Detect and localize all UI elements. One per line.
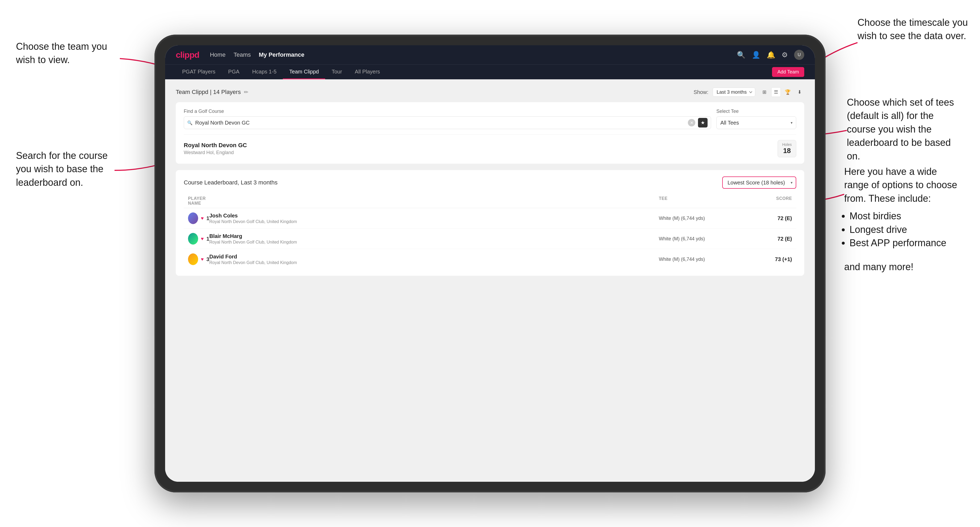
holes-label: Holes bbox=[782, 142, 792, 147]
annotation-bottom-right: Here you have a wide range of options to… bbox=[844, 165, 964, 274]
trophy-icon-btn[interactable]: 🏆 bbox=[783, 87, 792, 97]
rank-num-3: 3 bbox=[206, 256, 209, 262]
edit-icon[interactable]: ✏ bbox=[244, 89, 248, 95]
tab-pga[interactable]: PGA bbox=[222, 65, 246, 79]
main-content: Team Clippd | 14 Players ✏ Show: Last 3 … bbox=[165, 79, 815, 482]
player-name-1: Josh Coles bbox=[209, 213, 659, 219]
search-icon-small: 🔍 bbox=[187, 120, 192, 125]
tab-pgat-players[interactable]: PGAT Players bbox=[176, 65, 222, 79]
app-logo: clippd bbox=[176, 50, 199, 60]
nav-link-teams[interactable]: Teams bbox=[234, 51, 251, 58]
find-course-label: Find a Golf Course bbox=[184, 109, 711, 114]
search-clear-button[interactable]: ✕ bbox=[688, 119, 695, 126]
annotation-mid-right: Choose which set of tees (default is all… bbox=[847, 96, 964, 163]
team-header-bar: Team Clippd | 14 Players ✏ Show: Last 3 … bbox=[176, 87, 804, 97]
course-search-input[interactable] bbox=[195, 120, 685, 126]
tablet-frame: clippd Home Teams My Performance 🔍 👤 🔔 ⚙… bbox=[154, 35, 826, 492]
tablet-screen: clippd Home Teams My Performance 🔍 👤 🔔 ⚙… bbox=[165, 45, 815, 482]
leaderboard-header: Course Leaderboard, Last 3 months Lowest… bbox=[184, 176, 796, 189]
tab-tour[interactable]: Tour bbox=[325, 65, 348, 79]
download-icon-btn[interactable]: ⬇ bbox=[795, 87, 804, 97]
table-row: ♥ 1 Josh Coles Royal North Devon Golf Cl… bbox=[184, 208, 796, 229]
tee-select[interactable]: All Tees White Yellow Red bbox=[716, 116, 796, 129]
select-tee-label: Select Tee bbox=[716, 109, 796, 114]
search-input-wrapper: 🔍 ✕ ★ bbox=[184, 116, 711, 129]
player-rank-cell-1: ♥ 1 bbox=[188, 213, 209, 224]
course-result-location: Westward Hol, England bbox=[184, 150, 778, 156]
leaderboard-dropdown[interactable]: Lowest Score (18 holes) Most Birdies Lon… bbox=[722, 176, 796, 189]
player-avatar-3 bbox=[188, 253, 198, 265]
and-more-text: and many more! bbox=[844, 260, 964, 274]
table-row: ♥ 3 David Ford Royal North Devon Golf Cl… bbox=[184, 249, 796, 269]
user-avatar[interactable]: U bbox=[794, 50, 804, 60]
users-icon[interactable]: 👤 bbox=[752, 51, 760, 59]
player-avatar-2 bbox=[188, 233, 198, 244]
player-club-2: Royal North Devon Golf Club, United King… bbox=[209, 240, 659, 244]
avatar-img-3 bbox=[188, 253, 198, 265]
header-player: PLAYER NAME bbox=[188, 196, 209, 206]
nav-link-home[interactable]: Home bbox=[210, 51, 226, 58]
course-search-card: Find a Golf Course 🔍 ✕ ★ Select Tee Al bbox=[176, 102, 804, 163]
sub-nav: PGAT Players PGA Hcaps 1-5 Team Clippd T… bbox=[165, 64, 815, 79]
search-icon[interactable]: 🔍 bbox=[737, 51, 745, 59]
holes-badge: Holes 18 bbox=[778, 140, 796, 157]
header-score: SCORE bbox=[739, 196, 792, 206]
table-row: ♥ 1 Blair McHarg Royal North Devon Golf … bbox=[184, 229, 796, 249]
player-avatar-1 bbox=[188, 213, 198, 224]
show-label: Show: bbox=[694, 89, 708, 95]
avatar-img-2 bbox=[188, 233, 198, 244]
select-tee-group: Select Tee All Tees White Yellow Red ▾ bbox=[716, 109, 796, 129]
annotation-mid-left: Search for the course you wish to base t… bbox=[16, 149, 112, 189]
header-player-name bbox=[209, 196, 659, 206]
notification-icon[interactable]: 🔔 bbox=[767, 51, 775, 59]
player-rank-cell-2: ♥ 1 bbox=[188, 233, 209, 244]
tab-hcaps[interactable]: Hcaps 1-5 bbox=[246, 65, 283, 79]
annotation-top-left: Choose the team you wish to view. bbox=[16, 40, 117, 67]
course-search-section: Find a Golf Course 🔍 ✕ ★ Select Tee Al bbox=[184, 109, 796, 129]
header-tee: TEE bbox=[659, 196, 739, 206]
grid-view-btn[interactable]: ⊞ bbox=[759, 87, 769, 97]
show-dropdown[interactable]: Last 3 months Last 6 months Last year bbox=[713, 87, 755, 97]
course-result-name: Royal North Devon GC bbox=[184, 142, 778, 149]
player-rank-cell-3: ♥ 3 bbox=[188, 253, 209, 265]
score-cell-3: 73 (+1) bbox=[739, 256, 792, 262]
holes-value: 18 bbox=[782, 147, 792, 155]
heart-icon-2: ♥ bbox=[201, 236, 204, 242]
nav-link-my-performance[interactable]: My Performance bbox=[259, 51, 304, 58]
bullet-1: Most birdies bbox=[850, 210, 964, 223]
settings-icon[interactable]: ⚙ bbox=[781, 51, 788, 59]
player-name-cell-1: Josh Coles Royal North Devon Golf Club, … bbox=[209, 213, 659, 224]
player-name-3: David Ford bbox=[209, 254, 659, 260]
nav-links: Home Teams My Performance bbox=[210, 51, 304, 58]
player-club-1: Royal North Devon Golf Club, United King… bbox=[209, 219, 659, 224]
course-result-row: Royal North Devon GC Westward Hol, Engla… bbox=[184, 135, 796, 157]
view-icons: ⊞ ☰ 🏆 ⬇ bbox=[759, 87, 804, 97]
search-star-button[interactable]: ★ bbox=[698, 118, 708, 127]
list-view-btn[interactable]: ☰ bbox=[771, 87, 781, 97]
player-club-3: Royal North Devon Golf Club, United King… bbox=[209, 260, 659, 265]
add-team-button[interactable]: Add Team bbox=[772, 67, 804, 77]
rank-num-1: 1 bbox=[206, 215, 209, 221]
table-header-row: PLAYER NAME TEE SCORE bbox=[184, 194, 796, 208]
player-name-cell-2: Blair McHarg Royal North Devon Golf Club… bbox=[209, 233, 659, 244]
find-course-group: Find a Golf Course 🔍 ✕ ★ bbox=[184, 109, 711, 129]
avatar-img-1 bbox=[188, 213, 198, 224]
tee-cell-1: White (M) (6,744 yds) bbox=[659, 216, 739, 221]
bullet-2: Longest drive bbox=[850, 223, 964, 237]
score-cell-1: 72 (E) bbox=[739, 215, 792, 221]
rank-num-2: 1 bbox=[206, 236, 209, 242]
nav-right: 🔍 👤 🔔 ⚙ U bbox=[737, 50, 804, 60]
tee-select-wrapper: All Tees White Yellow Red ▾ bbox=[716, 116, 796, 129]
tab-all-players[interactable]: All Players bbox=[348, 65, 386, 79]
heart-icon-1: ♥ bbox=[201, 216, 204, 221]
annotation-top-right: Choose the timescale you wish to see the… bbox=[858, 16, 969, 43]
app-navbar: clippd Home Teams My Performance 🔍 👤 🔔 ⚙… bbox=[165, 45, 815, 64]
score-cell-2: 72 (E) bbox=[739, 236, 792, 242]
tab-team-clippd[interactable]: Team Clippd bbox=[283, 65, 325, 79]
player-name-cell-3: David Ford Royal North Devon Golf Club, … bbox=[209, 254, 659, 265]
course-result-info: Royal North Devon GC Westward Hol, Engla… bbox=[184, 142, 778, 156]
leaderboard-dropdown-wrapper: Lowest Score (18 holes) Most Birdies Lon… bbox=[722, 176, 796, 189]
player-name-2: Blair McHarg bbox=[209, 233, 659, 239]
leaderboard-card: Course Leaderboard, Last 3 months Lowest… bbox=[176, 170, 804, 276]
leaderboard-table: PLAYER NAME TEE SCORE ♥ 1 bbox=[184, 194, 796, 269]
